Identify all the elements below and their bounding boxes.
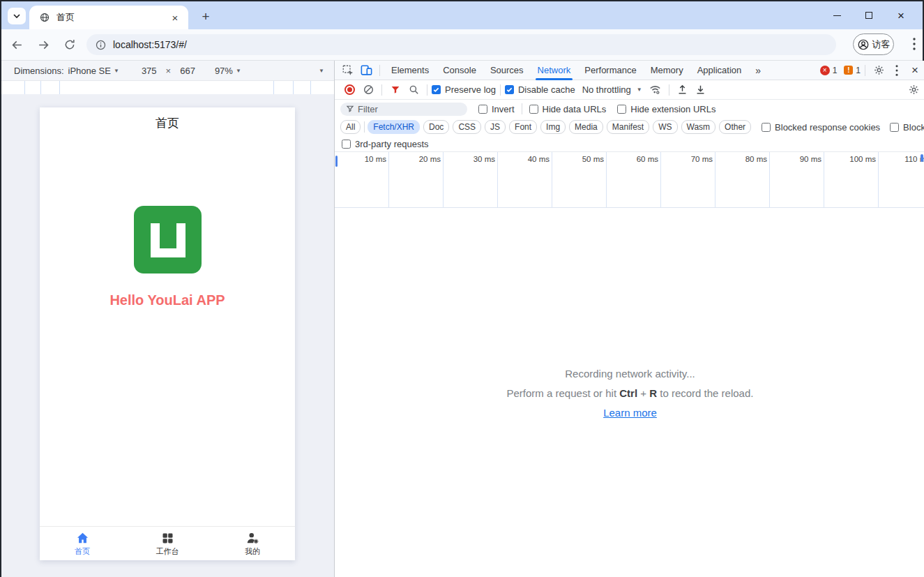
app-tab-mine[interactable]: 我的 <box>210 527 295 560</box>
preserve-log-label[interactable]: Preserve log <box>445 84 496 95</box>
zoom-select[interactable]: 97% <box>215 66 233 76</box>
toggle-device-toolbar-button[interactable] <box>357 61 375 80</box>
device-select-caret-icon[interactable]: ▼ <box>114 68 119 74</box>
devtools-panel: Elements Console Sources Network Perform… <box>334 61 924 577</box>
tab-network[interactable]: Network <box>531 61 578 80</box>
tab-memory[interactable]: Memory <box>644 61 690 80</box>
disable-cache-checkbox[interactable] <box>505 85 514 94</box>
chip-doc[interactable]: Doc <box>423 120 449 134</box>
funnel-icon <box>390 84 401 96</box>
maximize-icon <box>865 12 872 19</box>
app-tab-bar: 首页 工作台 <box>40 526 295 560</box>
upload-icon <box>676 84 688 96</box>
console-errors-badge[interactable]: × 1 <box>820 66 838 75</box>
console-warnings-badge[interactable]: ! 1 <box>844 66 861 75</box>
hide-extension-urls-checkbox[interactable] <box>617 105 626 114</box>
chip-font[interactable]: Font <box>509 120 537 134</box>
record-icon <box>347 87 352 92</box>
zoom-select-caret-icon[interactable]: ▼ <box>236 68 241 74</box>
minimize-button[interactable] <box>821 4 853 27</box>
learn-more-link[interactable]: Learn more <box>603 407 657 419</box>
timeline-scrollbar-thumb[interactable] <box>921 154 923 162</box>
blocked-requests-checkbox[interactable] <box>890 123 899 132</box>
tab-title: 首页 <box>56 11 169 24</box>
new-tab-button[interactable]: + <box>197 8 215 26</box>
timeline-scroll-handle-left[interactable] <box>335 156 338 167</box>
network-settings-button[interactable] <box>904 81 923 99</box>
hide-data-urls-checkbox[interactable] <box>529 105 538 114</box>
timeline-tick: 60 ms <box>607 152 661 207</box>
tab-performance[interactable]: Performance <box>577 61 643 80</box>
app-tab-home[interactable]: 首页 <box>40 527 125 560</box>
user-gear-icon <box>245 531 260 546</box>
chip-ws[interactable]: WS <box>653 120 677 134</box>
back-button[interactable] <box>6 33 28 56</box>
hide-extension-urls-label[interactable]: Hide extension URLs <box>630 104 715 114</box>
blocked-requests-label[interactable]: Blocked requests <box>903 122 924 133</box>
devtools-menu-button[interactable] <box>888 61 906 80</box>
devtools-close-button[interactable]: × <box>906 61 924 80</box>
browser-tab[interactable]: 首页 × <box>29 6 188 29</box>
viewport-height-field[interactable]: 667 <box>180 66 195 76</box>
app-tab-workbench[interactable]: 工作台 <box>125 527 210 560</box>
invert-checkbox[interactable] <box>478 105 487 114</box>
ctrl-key: Ctrl <box>619 387 637 399</box>
chip-fetch-xhr[interactable]: Fetch/XHR <box>368 120 420 134</box>
device-select[interactable]: iPhone SE <box>68 66 111 76</box>
inspect-element-button[interactable] <box>339 61 357 80</box>
profile-button[interactable]: 访客 <box>853 33 894 55</box>
import-har-button[interactable] <box>674 81 692 99</box>
search-network-button[interactable] <box>404 81 423 99</box>
network-conditions-button[interactable] <box>646 81 665 99</box>
devtools-settings-button[interactable] <box>870 61 888 80</box>
chip-css[interactable]: CSS <box>453 120 481 134</box>
tab-strip: 首页 × + × <box>1 1 923 29</box>
third-party-requests-label[interactable]: 3rd-party requests <box>355 139 429 149</box>
chip-wasm[interactable]: Wasm <box>681 120 716 134</box>
chip-other[interactable]: Other <box>719 120 751 134</box>
globe-favicon-icon <box>39 12 50 23</box>
address-bar[interactable]: localhost:5173/#/ <box>86 34 836 55</box>
browser-menu-button[interactable] <box>905 35 923 53</box>
chip-media[interactable]: Media <box>569 120 603 134</box>
device-emulation-pane: Dimensions: iPhone SE ▼ 375 × 667 97% ▼ … <box>1 61 334 577</box>
device-toolbar-more-caret-icon[interactable]: ▼ <box>319 68 324 74</box>
clear-network-log-button[interactable] <box>359 81 377 99</box>
viewport-width-field[interactable]: 375 <box>142 66 157 76</box>
preserve-log-checkbox[interactable] <box>432 85 441 94</box>
chip-all[interactable]: All <box>340 120 361 134</box>
forward-button[interactable] <box>32 33 54 56</box>
device-ruler <box>1 81 334 94</box>
disable-cache-label[interactable]: Disable cache <box>518 84 575 95</box>
export-har-button[interactable] <box>692 81 710 99</box>
chip-js[interactable]: JS <box>485 120 506 134</box>
tab-close-icon[interactable]: × <box>169 11 181 24</box>
filter-input[interactable] <box>358 104 448 114</box>
more-tabs-button[interactable]: » <box>748 61 768 80</box>
reload-button[interactable] <box>59 33 81 56</box>
maximize-button[interactable] <box>853 4 885 27</box>
record-network-log-button[interactable] <box>344 84 355 95</box>
close-window-button[interactable]: × <box>885 4 917 27</box>
r-key: R <box>649 387 657 399</box>
page-info-icon[interactable] <box>95 39 107 51</box>
tab-application[interactable]: Application <box>690 61 749 80</box>
chip-manifest[interactable]: Manifest <box>607 120 649 134</box>
blocked-response-cookies-checkbox[interactable] <box>762 123 771 132</box>
filter-toggle-button[interactable] <box>386 81 404 99</box>
chip-img[interactable]: Img <box>540 120 566 134</box>
blocked-response-cookies-label[interactable]: Blocked response cookies <box>775 122 880 133</box>
filter-input-wrap[interactable] <box>340 103 467 116</box>
tab-search-button[interactable] <box>8 8 26 24</box>
forward-arrow-icon <box>37 38 50 52</box>
hide-data-urls-label[interactable]: Hide data URLs <box>543 104 607 114</box>
throttling-select[interactable]: No throttling <box>582 84 631 95</box>
check-icon <box>506 86 513 93</box>
tab-elements[interactable]: Elements <box>384 61 436 80</box>
third-party-requests-checkbox[interactable] <box>342 140 351 149</box>
tab-sources[interactable]: Sources <box>483 61 531 80</box>
throttling-caret-icon[interactable]: ▼ <box>637 87 642 93</box>
tab-console[interactable]: Console <box>436 61 483 80</box>
divider <box>427 84 427 96</box>
invert-label[interactable]: Invert <box>492 104 515 114</box>
